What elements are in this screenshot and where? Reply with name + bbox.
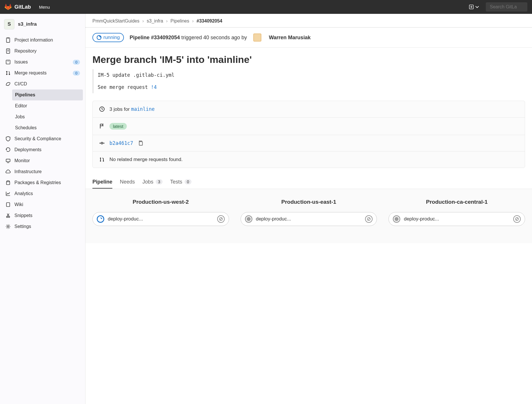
pipeline-status-badge[interactable]: running — [92, 33, 124, 42]
menu-label: Menu — [39, 5, 50, 10]
commit-sha-link[interactable]: b2a461c7 — [109, 140, 133, 146]
page-title: Merge branch 'IM-5' into 'mainline' — [92, 54, 525, 65]
sidebar-item-merge-requests[interactable]: Merge requests0 — [2, 68, 83, 78]
sidebar-subitem-schedules[interactable]: Schedules — [12, 122, 83, 133]
sidebar-subitem-jobs[interactable]: Jobs — [12, 111, 83, 122]
job-action-button[interactable] — [513, 215, 521, 223]
svg-rect-16 — [6, 182, 10, 185]
analytics-icon — [5, 191, 11, 196]
project-context[interactable]: S s3_infra — [2, 16, 83, 32]
infra-icon — [5, 169, 11, 174]
gitlab-logo-icon — [5, 3, 12, 10]
sidebar-item-label: Project information — [14, 38, 53, 43]
cancel-icon — [219, 217, 223, 221]
monitor-icon — [5, 158, 11, 163]
sidebar-item-label: Monitor — [14, 158, 30, 163]
sidebar-item-infrastructure[interactable]: Infrastructure — [2, 166, 83, 177]
tab-label: Pipeline — [92, 179, 112, 185]
breadcrumb-item[interactable]: s3_infra — [147, 18, 163, 24]
tab-pipeline[interactable]: Pipeline — [92, 176, 112, 189]
project-sidebar: S s3_infra Project informationRepository… — [0, 14, 85, 404]
job-action-button[interactable] — [365, 215, 373, 223]
sidebar-item-label: Infrastructure — [14, 169, 42, 174]
project-name: s3_infra — [18, 21, 37, 27]
copy-icon[interactable] — [138, 140, 144, 146]
pipeline-info-card: 3 jobs for mainline latest b2a461c7 No r… — [92, 101, 525, 168]
user-avatar[interactable] — [253, 33, 261, 42]
commit-icon — [99, 140, 105, 146]
info-icon — [5, 38, 11, 43]
sidebar-subitem-editor[interactable]: Editor — [12, 100, 83, 111]
running-icon — [96, 35, 102, 40]
job-status-icon — [393, 215, 400, 223]
job-pill[interactable]: deploy-produc... — [92, 212, 229, 226]
svg-rect-24 — [139, 142, 142, 145]
sidebar-item-security-compliance[interactable]: Security & Compliance — [2, 133, 83, 144]
job-status-icon — [245, 215, 252, 223]
svg-point-19 — [8, 216, 10, 218]
gitlab-brand[interactable]: GitLab — [5, 3, 31, 10]
cicd-icon — [5, 81, 11, 87]
menu-button[interactable]: Menu — [37, 5, 50, 10]
breadcrumb-current: #334092054 — [197, 18, 222, 24]
job-pill[interactable]: deploy-produc... — [388, 212, 525, 226]
sidebar-item-deployments[interactable]: Deployments — [2, 144, 83, 155]
job-action-button[interactable] — [217, 215, 225, 223]
mr-icon — [5, 70, 11, 76]
sidebar-item-issues[interactable]: Issues0 — [2, 57, 83, 68]
sidebar-item-ci-cd[interactable]: CI/CD — [2, 78, 83, 89]
search-input[interactable] — [489, 4, 524, 10]
tab-needs[interactable]: Needs — [120, 176, 135, 189]
tab-label: Jobs — [142, 179, 153, 185]
breadcrumb-item[interactable]: Pipelines — [170, 18, 189, 24]
svg-rect-17 — [6, 203, 10, 207]
sidebar-item-label: Settings — [14, 224, 31, 229]
sidebar-item-settings[interactable]: Settings — [2, 221, 83, 232]
pkg-icon — [5, 180, 11, 185]
sidebar-item-project-information[interactable]: Project information — [2, 35, 83, 46]
tab-label: Tests — [170, 179, 182, 185]
create-dropdown[interactable] — [469, 5, 479, 9]
issues-icon — [5, 59, 11, 65]
info-row-tag: latest — [93, 118, 525, 135]
sidebar-item-label: Schedules — [15, 125, 37, 130]
svg-rect-14 — [6, 159, 10, 162]
cancel-icon — [515, 217, 519, 221]
tab-jobs[interactable]: Jobs3 — [142, 176, 163, 189]
pipeline-graph: Production-us-west-2deploy-produc...Prod… — [85, 189, 532, 243]
count-badge: 0 — [73, 60, 80, 65]
tab-label: Needs — [120, 179, 135, 185]
sidebar-item-label: Snippets — [14, 213, 32, 218]
breadcrumb-item[interactable]: PmmQuickStartGuides — [92, 18, 139, 24]
breadcrumb: PmmQuickStartGuides › s3_infra › Pipelin… — [85, 18, 532, 27]
sidebar-item-packages-registries[interactable]: Packages & Registries — [2, 177, 83, 188]
info-row-jobs: 3 jobs for mainline — [93, 101, 525, 118]
sidebar-item-snippets[interactable]: Snippets — [2, 210, 83, 221]
svg-rect-5 — [8, 38, 9, 38]
sidebar-item-repository[interactable]: Repository — [2, 46, 83, 57]
info-row-mr: No related merge requests found. — [93, 152, 525, 168]
sidebar-item-analytics[interactable]: Analytics — [2, 188, 83, 199]
repo-icon — [5, 48, 11, 54]
sidebar-subitem-pipelines[interactable]: Pipelines — [12, 89, 83, 100]
pipeline-id: Pipeline #334092054 — [130, 35, 180, 40]
tab-tests[interactable]: Tests0 — [170, 176, 191, 189]
global-search[interactable] — [486, 2, 527, 12]
commit-msg-prefix: See merge request — [98, 84, 151, 90]
merge-request-link[interactable]: !4 — [151, 84, 157, 90]
triggered-by-user[interactable]: Warren Marusiak — [269, 35, 310, 41]
plus-icon — [469, 5, 474, 9]
job-pill[interactable]: deploy-produc... — [241, 212, 377, 226]
sidebar-item-label: Packages & Registries — [14, 180, 61, 185]
sidebar-item-monitor[interactable]: Monitor — [2, 155, 83, 166]
svg-point-25 — [100, 158, 101, 159]
svg-point-11 — [6, 71, 8, 72]
svg-point-18 — [6, 216, 8, 218]
latest-tag: latest — [109, 123, 127, 130]
branch-link[interactable]: mainline — [131, 106, 155, 112]
stage-title: Production-us-west-2 — [92, 199, 229, 205]
clock-icon — [99, 106, 105, 112]
tab-count: 0 — [185, 179, 191, 184]
sidebar-item-wiki[interactable]: Wiki — [2, 199, 83, 210]
svg-point-27 — [103, 160, 104, 162]
